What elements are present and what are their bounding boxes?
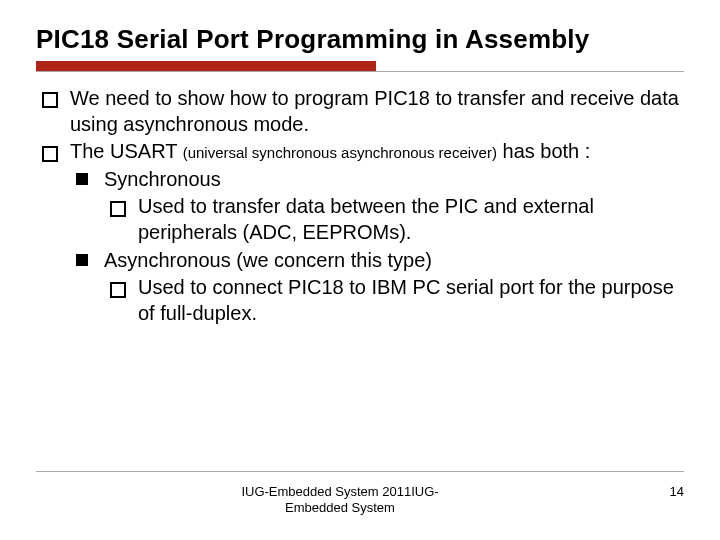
title-underline-thick [36, 61, 376, 71]
footer-center-line2: Embedded System [285, 500, 395, 515]
page-number: 14 [644, 484, 684, 517]
footer: IUG-Embedded System 2011IUG- Embedded Sy… [36, 471, 684, 517]
bullet-2-2-text: Asynchronous (we concern this type) [104, 249, 432, 271]
slide-title: PIC18 Serial Port Programming in Assembl… [36, 24, 684, 55]
open-square-icon [110, 201, 126, 217]
bullet-2-1: Synchronous Used to transfer data betwee… [70, 167, 684, 246]
footer-row: IUG-Embedded System 2011IUG- Embedded Sy… [36, 484, 684, 517]
content: We need to show how to program PIC18 to … [36, 86, 684, 326]
bullet-2-2: Asynchronous (we concern this type) Used… [70, 248, 684, 327]
open-square-icon [110, 282, 126, 298]
bullet-2: The USART (universal synchronous asynchr… [36, 139, 684, 326]
bullet-1-text: We need to show how to program PIC18 to … [70, 87, 679, 135]
open-square-icon [42, 146, 58, 162]
footer-center: IUG-Embedded System 2011IUG- Embedded Sy… [36, 484, 644, 517]
bullet-2-1-text: Synchronous [104, 168, 221, 190]
footer-rule [36, 471, 684, 472]
bullet-2-text-c: has both : [497, 140, 590, 162]
bullet-2-2-1-text: Used to connect PIC18 to IBM PC serial p… [138, 276, 674, 324]
solid-square-icon [76, 173, 88, 185]
title-underline-thin [36, 71, 684, 72]
bullet-2-1-1: Used to transfer data between the PIC an… [104, 194, 684, 245]
solid-square-icon [76, 254, 88, 266]
bullet-1: We need to show how to program PIC18 to … [36, 86, 684, 137]
footer-center-line1: IUG-Embedded System 2011IUG- [241, 484, 438, 499]
bullet-2-text-a: The USART [70, 140, 183, 162]
bullet-2-1-1-text: Used to transfer data between the PIC an… [138, 195, 594, 243]
slide: PIC18 Serial Port Programming in Assembl… [0, 0, 720, 540]
bullet-2-2-1: Used to connect PIC18 to IBM PC serial p… [104, 275, 684, 326]
bullet-2-text-b: (universal synchronous asynchronous rece… [183, 144, 497, 161]
open-square-icon [42, 92, 58, 108]
